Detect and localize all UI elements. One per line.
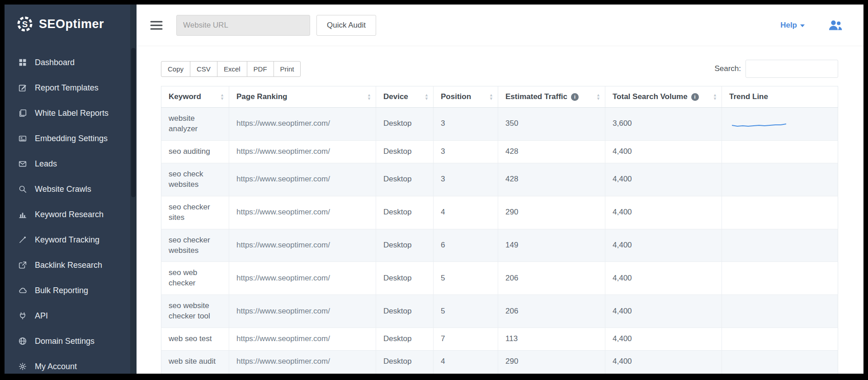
sidebar-item-embedding-settings[interactable]: Embedding Settings: [5, 126, 130, 151]
sidebar-item-label: Embedding Settings: [35, 134, 108, 143]
cell-position: 3: [434, 163, 498, 196]
keyword-research-icon: [18, 210, 27, 218]
sidebar-item-label: Keyword Tracking: [35, 235, 99, 245]
cell-trend-line: [722, 196, 838, 229]
sort-icon[interactable]: ▲▼: [596, 93, 600, 100]
column-header-position[interactable]: Position▲▼: [434, 86, 498, 108]
cell-page-ranking: https://www.seoptimer.com/: [229, 108, 376, 141]
topbar: Quick Audit Help: [137, 5, 863, 46]
excel-export-button[interactable]: Excel: [217, 61, 247, 77]
sidebar-item-label: API: [35, 311, 48, 321]
cell-trend-line: [722, 108, 838, 141]
table-body: website analyzerhttps://www.seoptimer.co…: [161, 108, 838, 374]
main-area: Quick Audit Help C: [137, 5, 863, 374]
cell-position: 4: [434, 351, 498, 373]
cell-keyword: seo website checker tool: [161, 295, 229, 328]
column-header-page-ranking[interactable]: Page Ranking▲▼: [229, 86, 376, 108]
sidebar-scrollbar[interactable]: [130, 5, 137, 374]
cell-device: Desktop: [376, 140, 434, 163]
column-header-keyword[interactable]: Keyword▲▼: [161, 86, 229, 108]
cell-device: Desktop: [376, 108, 434, 141]
user-account-icon[interactable]: [827, 19, 844, 32]
sidebar-item-dashboard[interactable]: Dashboard: [5, 50, 130, 75]
sort-icon[interactable]: ▲▼: [367, 93, 371, 100]
cell-position: 7: [434, 328, 498, 351]
column-header-estimated-traffic[interactable]: Estimated Traffici▲▼: [498, 86, 605, 108]
cell-estimated-traffic: 290: [498, 196, 605, 229]
sidebar-item-keyword-tracking[interactable]: Keyword Tracking: [5, 227, 130, 252]
sidebar-item-keyword-research[interactable]: Keyword Research: [5, 202, 130, 227]
help-dropdown[interactable]: Help: [780, 21, 805, 30]
sidebar-item-leads[interactable]: Leads: [5, 151, 130, 176]
content-area: CopyCSVExcelPDFPrint Search: Keyword▲▼Pa…: [137, 46, 863, 374]
sort-icon[interactable]: ▲▼: [425, 93, 429, 100]
sidebar-item-bulk-reporting[interactable]: Bulk Reporting: [5, 278, 130, 303]
info-icon[interactable]: i: [571, 93, 579, 101]
sidebar-item-website-crawls[interactable]: Website Crawls: [5, 176, 130, 202]
search-input[interactable]: [745, 60, 838, 78]
sidebar-item-white-label-reports[interactable]: White Label Reports: [5, 100, 130, 126]
copy-export-button[interactable]: Copy: [161, 61, 190, 77]
cell-estimated-traffic: 149: [498, 229, 605, 262]
sidebar-scrollbar-thumb[interactable]: [131, 48, 136, 197]
cell-device: Desktop: [376, 373, 434, 374]
quick-audit-button[interactable]: Quick Audit: [316, 15, 376, 36]
sort-icon[interactable]: ▲▼: [713, 93, 717, 100]
cell-trend-line: [722, 163, 838, 196]
bulk-reporting-icon: [18, 286, 27, 294]
trend-sparkline: [732, 119, 786, 129]
search-label: Search:: [714, 64, 741, 73]
cell-trend-line: [722, 262, 838, 295]
website-url-input[interactable]: [176, 15, 310, 36]
sidebar-item-label: My Account: [35, 362, 77, 371]
cell-estimated-traffic: 428: [498, 163, 605, 196]
pdf-export-button[interactable]: PDF: [247, 61, 274, 77]
cell-position: 3: [434, 108, 498, 141]
website-crawls-icon: [18, 185, 27, 193]
sort-icon[interactable]: ▲▼: [220, 93, 224, 100]
sidebar-item-domain-settings[interactable]: Domain Settings: [5, 328, 130, 354]
column-header-total-search-volume[interactable]: Total Search Volumei▲▼: [605, 86, 722, 108]
hamburger-menu-icon[interactable]: [150, 20, 163, 31]
cell-total-search-volume: 4,400: [605, 295, 722, 328]
cell-trend-line: [722, 140, 838, 163]
sidebar-item-label: Leads: [35, 159, 57, 169]
cell-keyword: seo checker sites: [161, 196, 229, 229]
sort-icon[interactable]: ▲▼: [489, 93, 493, 100]
column-header-device[interactable]: Device▲▼: [376, 86, 434, 108]
cell-total-search-volume: 3,600: [605, 108, 722, 141]
info-icon[interactable]: i: [691, 93, 699, 101]
cell-position: 5: [434, 262, 498, 295]
sidebar-item-my-account[interactable]: My Account: [5, 354, 130, 374]
leads-icon: [18, 160, 27, 168]
cell-keyword: website auditing: [161, 373, 229, 374]
cell-trend-line: [722, 351, 838, 373]
sidebar-item-report-templates[interactable]: Report Templates: [5, 75, 130, 100]
sidebar: S SEOptimer DashboardReport TemplatesWhi…: [5, 5, 137, 374]
table-controls: CopyCSVExcelPDFPrint Search:: [161, 60, 838, 78]
print-export-button[interactable]: Print: [274, 61, 301, 77]
csv-export-button[interactable]: CSV: [190, 61, 217, 77]
table-header-row: Keyword▲▼Page Ranking▲▼Device▲▼Position▲…: [161, 86, 838, 108]
cell-trend-line: [722, 373, 838, 374]
logo-text: SEOptimer: [39, 17, 104, 31]
column-label: Position: [441, 92, 471, 101]
cell-estimated-traffic: 428: [498, 140, 605, 163]
cell-total-search-volume: 4,400: [605, 140, 722, 163]
sidebar-item-backlink-research[interactable]: Backlink Research: [5, 252, 130, 278]
sidebar-item-label: White Label Reports: [35, 109, 108, 118]
report-templates-icon: [18, 84, 27, 92]
dashboard-icon: [18, 58, 27, 66]
cell-total-search-volume: 4,400: [605, 351, 722, 373]
cell-position: 3: [434, 140, 498, 163]
sidebar-item-api[interactable]: API: [5, 303, 130, 328]
table-row: web seo testhttps://www.seoptimer.com/De…: [161, 328, 838, 351]
cell-page-ranking: https://www.seoptimer.com/: [229, 262, 376, 295]
app-logo[interactable]: S SEOptimer: [5, 5, 130, 43]
cell-page-ranking: https://www.seoptimer.com/: [229, 196, 376, 229]
cell-page-ranking: https://www.seoptimer.com/: [229, 373, 376, 374]
sidebar-item-label: Bulk Reporting: [35, 286, 88, 295]
sidebar-item-label: Domain Settings: [35, 337, 94, 346]
search-box: Search:: [714, 60, 838, 78]
help-label: Help: [780, 21, 797, 30]
